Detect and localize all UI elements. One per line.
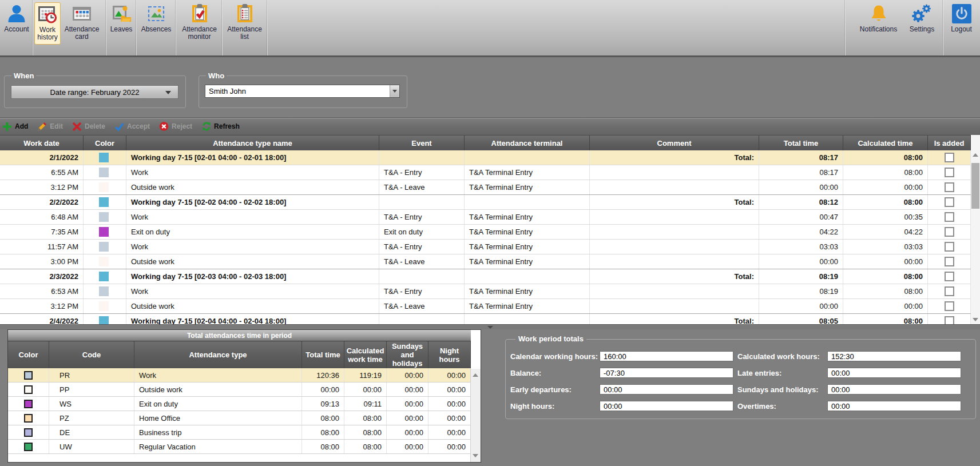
combobox-dropdown-button[interactable] xyxy=(390,85,399,97)
summary-column-header[interactable]: Attendance type xyxy=(134,341,302,368)
summary-column-header[interactable]: Code xyxy=(49,341,134,368)
is-added-checkbox[interactable] xyxy=(945,212,954,222)
summary-row[interactable]: PZHome Office08:0008:0000:0000:00 xyxy=(8,411,471,425)
summary-column-header[interactable]: Color xyxy=(8,341,49,368)
ribbon-button-leaves[interactable]: Leaves xyxy=(106,2,136,45)
grid-row[interactable]: 3:00 PMOutside workT&A - LeaveT&A Termin… xyxy=(0,254,971,269)
horizontal-splitter[interactable] xyxy=(0,324,980,329)
ribbon-button-settings[interactable]: Settings xyxy=(906,2,938,45)
is-added-checkbox[interactable] xyxy=(945,272,954,281)
summary-row[interactable]: DEBusiness trip08:0008:0000:0000:00 xyxy=(8,425,471,440)
grid-row[interactable]: 6:55 AMWorkT&A - EntryT&A Terminal Entry… xyxy=(0,165,971,180)
summary-column-header[interactable]: Sundays and holidays xyxy=(387,341,428,368)
grid-column-header[interactable]: Attendance terminal xyxy=(465,136,590,150)
ribbon-button-account[interactable]: Account xyxy=(1,2,32,45)
is-added-checkbox[interactable] xyxy=(945,301,954,311)
grid-column-header[interactable]: Calculated time xyxy=(843,136,928,150)
summary-row[interactable]: PRWork120:36119:1900:0000:00 xyxy=(8,368,471,383)
absences-icon xyxy=(146,3,166,24)
ribbon-button-label: Work history xyxy=(35,26,60,41)
ribbon-button-attendance-monitor[interactable]: Attendance monitor xyxy=(177,2,222,45)
summary-row[interactable]: WSExit on duty09:1309:1100:0000:00 xyxy=(8,397,471,411)
summary-column-header[interactable]: Night hours xyxy=(428,341,471,368)
color-cell xyxy=(8,383,49,396)
summary-column-header[interactable]: Total time xyxy=(302,341,344,368)
refresh-button[interactable]: Refresh xyxy=(200,120,241,133)
scroll-down-button[interactable] xyxy=(471,451,480,460)
chevron-down-icon xyxy=(392,90,397,93)
type-name-cell: Exit on duty xyxy=(126,225,379,239)
grid-column-header[interactable]: Total time xyxy=(759,136,843,150)
ribbon-button-work-history[interactable]: Work history xyxy=(34,2,61,45)
is-added-checkbox[interactable] xyxy=(945,168,954,177)
ribbon-button-notifications[interactable]: Notifications xyxy=(856,2,901,45)
is-added-checkbox[interactable] xyxy=(945,286,954,296)
summary-row[interactable]: UWRegular Vacation08:0008:0000:0000:00 xyxy=(8,440,471,454)
grid-row[interactable]: 3:12 PMOutside workT&A - LeaveT&A Termin… xyxy=(0,180,971,195)
color-cell xyxy=(84,150,126,165)
is-added-checkbox[interactable] xyxy=(945,242,954,252)
reject-button[interactable]: Reject xyxy=(158,120,193,133)
summary-row[interactable]: PPOutside work00:0000:0000:0000:00 xyxy=(8,383,471,397)
edit-button[interactable]: Edit xyxy=(36,120,64,133)
scroll-up-button[interactable] xyxy=(471,371,480,380)
grid-row[interactable]: 6:48 AMWorkT&A - EntryT&A Terminal Entry… xyxy=(0,210,971,225)
grid-row[interactable]: 6:53 AMWorkT&A - EntryT&A Terminal Entry… xyxy=(0,284,971,299)
scroll-up-button[interactable] xyxy=(971,150,980,160)
grid-row[interactable]: 2/1/2022Working day 7-15 [02-01 04:00 - … xyxy=(0,150,971,165)
grid-row[interactable]: 2/4/2022Working day 7-15 [02-04 04:00 - … xyxy=(0,314,971,324)
calculated-time-cell: 08:00 xyxy=(843,269,928,284)
grid-column-header[interactable]: Attendance type name xyxy=(126,136,379,150)
grid-row[interactable]: 7:35 AMExit on dutyExit on dutyT&A Termi… xyxy=(0,225,971,240)
toolbar-button-label: Edit xyxy=(50,122,63,130)
grid-row[interactable]: 2/2/2022Working day 7-15 [02-02 04:00 - … xyxy=(0,195,971,210)
delete-button[interactable]: Delete xyxy=(71,120,106,133)
color-cell xyxy=(8,397,49,411)
is-added-checkbox[interactable] xyxy=(945,182,954,192)
add-button[interactable]: Add xyxy=(1,120,29,133)
is-added-checkbox[interactable] xyxy=(945,227,954,237)
early-departures-field[interactable]: 00:00 xyxy=(600,384,733,395)
overtimes-field[interactable]: 00:00 xyxy=(827,401,961,411)
grid-row[interactable]: 11:57 AMWorkT&A - EntryT&A Terminal Entr… xyxy=(0,240,971,254)
grid-row[interactable]: 2/3/2022Working day 7-15 [02-03 04:00 - … xyxy=(0,269,971,284)
calendar-working-hours-field[interactable]: 160:00 xyxy=(600,351,733,361)
color-cell xyxy=(84,254,126,269)
is-added-checkbox[interactable] xyxy=(945,153,954,162)
employee-combobox-value: Smith John xyxy=(205,87,390,95)
attendance-type-cell: Business trip xyxy=(134,425,302,439)
scrollbar-thumb[interactable] xyxy=(971,163,979,209)
late-entries-field[interactable]: 00:00 xyxy=(827,368,961,378)
attendance-type-cell: Outside work xyxy=(134,383,302,396)
is-added-checkbox[interactable] xyxy=(945,257,954,266)
night-hours-field[interactable]: 00:00 xyxy=(600,401,733,411)
ribbon-button-attendance-list[interactable]: Attendance list xyxy=(223,2,267,45)
scroll-down-button[interactable] xyxy=(971,315,980,324)
date-range-dropdown[interactable]: Date range: February 2022 xyxy=(11,85,178,99)
sundays-and-holidays-field[interactable]: 00:00 xyxy=(827,384,961,395)
summary-vertical-scrollbar[interactable] xyxy=(470,369,481,462)
grid-column-header[interactable]: Comment xyxy=(590,136,759,150)
event-cell: Exit on duty xyxy=(379,225,465,239)
attendance-color-swatch xyxy=(99,316,109,324)
calculated-work-hours-field[interactable]: 152:30 xyxy=(827,351,961,361)
grid-vertical-scrollbar[interactable] xyxy=(971,135,980,324)
toolbar-button-label: Reject xyxy=(172,122,192,130)
employee-combobox[interactable]: Smith John xyxy=(205,85,400,98)
summary-column-header[interactable]: Calculated work time xyxy=(344,341,387,368)
balance-field[interactable]: -07:30 xyxy=(600,368,733,378)
event-cell: T&A - Leave xyxy=(379,254,465,269)
is-added-checkbox[interactable] xyxy=(945,316,954,324)
ribbon-button-attendance-card[interactable]: Attendance card xyxy=(61,2,102,45)
comment-cell: Total: xyxy=(590,195,759,209)
grid-column-header[interactable]: Color xyxy=(84,136,126,150)
accept-button[interactable]: Accept xyxy=(113,120,151,133)
attendance-type-cell: Regular Vacation xyxy=(134,440,302,453)
ribbon-button-absences[interactable]: Absences xyxy=(137,2,176,45)
grid-column-header[interactable]: Event xyxy=(379,136,465,150)
ribbon-button-logout[interactable]: Logout xyxy=(945,2,978,45)
grid-row[interactable]: 3:12 PMOutside workT&A - LeaveT&A Termin… xyxy=(0,299,971,314)
grid-column-header[interactable]: Work date xyxy=(0,136,84,150)
grid-column-header[interactable]: Is added xyxy=(928,136,971,150)
is-added-checkbox[interactable] xyxy=(945,197,954,207)
